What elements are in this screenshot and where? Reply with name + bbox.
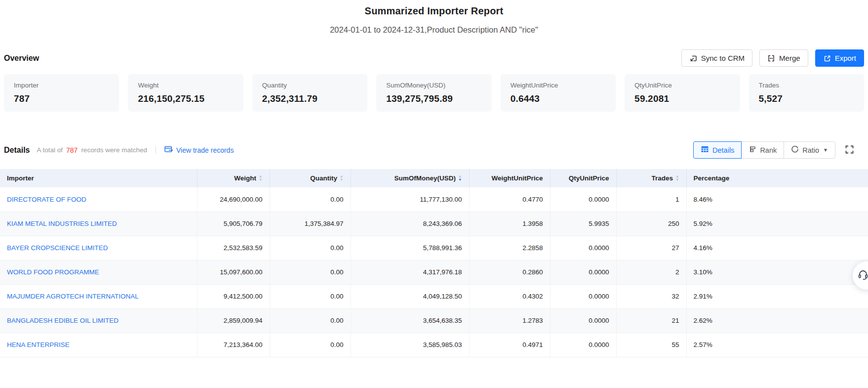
table-row: WORLD FOOD PROGRAMME15,097,600.000.004,3… [0, 260, 868, 284]
column-header-trades[interactable]: Trades▲▼ [616, 169, 686, 187]
importer-link[interactable]: BANGLADESH EDIBLE OIL LIMITED [7, 317, 118, 324]
cell-importer: HENA ENTERPRISE [0, 333, 197, 357]
sync-to-crm-button[interactable]: Sync to CRM [681, 49, 752, 67]
column-header-percentage: Percentage [686, 169, 868, 187]
importer-link[interactable]: WORLD FOOD PROGRAMME [7, 268, 99, 276]
overview-card-value: 2,352,311.79 [262, 93, 357, 104]
cell-importer: BAYER CROPSCIENCE LIMITED [0, 236, 197, 260]
table-row: DIRECTORATE OF FOOD24,690,000.000.0011,7… [0, 187, 868, 212]
merge-label: Merge [779, 54, 800, 62]
importer-link[interactable]: KIAM METAL INDUSTRIES LIMITED [7, 220, 117, 227]
sort-desc-icon: ▼ [675, 178, 679, 182]
table-row: KIAM METAL INDUSTRIES LIMITED5,905,706.7… [0, 212, 868, 236]
sync-to-crm-label: Sync to CRM [701, 54, 745, 62]
tab-details-label: Details [712, 146, 734, 154]
table-grid-icon [701, 145, 709, 155]
column-label: Weight [234, 174, 256, 182]
cell-percentage: 8.46% [686, 187, 868, 212]
tab-ratio[interactable]: Ratio ▼ [784, 141, 835, 159]
details-bar: Details A total of 787 records were matc… [0, 141, 868, 159]
sync-icon [689, 54, 697, 62]
cell-weightunitprice: 0.2860 [469, 260, 550, 284]
cell-percentage: 2.91% [686, 284, 868, 308]
table-row: HENA ENTERPRISE7,213,364.000.003,585,985… [0, 333, 868, 357]
table-row: BAYER CROPSCIENCE LIMITED2,532,583.590.0… [0, 236, 868, 260]
importer-link[interactable]: HENA ENTERPRISE [7, 341, 70, 348]
column-label: WeightUnitPrice [491, 174, 543, 182]
cell-sumofmoney-usd: 4,049,128.50 [351, 284, 469, 308]
page-title: Summarized Importer Report [0, 5, 868, 17]
overview-card-label: SumOfMoney(USD) [386, 82, 481, 89]
cell-sumofmoney-usd: 3,654,638.35 [351, 308, 469, 333]
cell-percentage: 2.57% [686, 333, 868, 357]
cell-importer: WORLD FOOD PROGRAMME [0, 260, 197, 284]
cell-percentage: 3.10% [686, 260, 868, 284]
tab-rank[interactable]: Rank [741, 141, 784, 159]
cell-quantity: 0.00 [270, 187, 351, 212]
cell-quantity: 0.00 [270, 333, 351, 357]
matched-prefix: A total of [37, 146, 63, 154]
column-header-sumofmoney-usd[interactable]: SumOfMoney(USD)▲▼ [351, 169, 469, 187]
column-header-quantity[interactable]: Quantity▲▼ [270, 169, 351, 187]
matched-records-text: A total of 787 records were matched [37, 146, 147, 154]
cell-sumofmoney-usd: 3,585,985.03 [351, 333, 469, 357]
rank-bars-icon [749, 145, 756, 155]
table-body: DIRECTORATE OF FOOD24,690,000.000.0011,7… [0, 187, 868, 357]
column-header-weight[interactable]: Weight▲▼ [197, 169, 270, 187]
overview-bar: Overview Sync to CRM Merge Export [0, 49, 868, 67]
overview-card-value: 0.6443 [511, 93, 606, 104]
overview-card: SumOfMoney(USD) 139,275,795.89 [376, 74, 491, 112]
cell-sumofmoney-usd: 5,788,991.36 [351, 236, 469, 260]
cell-percentage: 5.92% [686, 212, 868, 236]
cell-weightunitprice: 1.3958 [469, 212, 550, 236]
sort-icons[interactable]: ▲▼ [458, 175, 462, 181]
cell-trades: 27 [616, 236, 686, 260]
column-header-weightunitprice: WeightUnitPrice [469, 169, 550, 187]
report-subtitle: 2024-01-01 to 2024-12-31,Product Descrip… [0, 25, 868, 35]
table-row: MAJUMDER AGROTECH INTERNATIONAL9,412,500… [0, 284, 868, 308]
overview-card-label: Importer [14, 82, 109, 89]
cell-quantity: 1,375,384.97 [270, 212, 351, 236]
cell-weight: 9,412,500.00 [197, 284, 270, 308]
details-heading: Details [4, 146, 30, 155]
importer-link[interactable]: DIRECTORATE OF FOOD [7, 196, 86, 203]
cell-weightunitprice: 0.4302 [469, 284, 550, 308]
overview-card-value: 216,150,275.15 [138, 93, 233, 104]
overview-card-label: Quantity [262, 82, 357, 89]
importer-link[interactable]: BAYER CROPSCIENCE LIMITED [7, 244, 108, 252]
cell-percentage: 2.62% [686, 308, 868, 333]
tab-ratio-label: Ratio [802, 146, 819, 154]
column-label: Trades [652, 174, 673, 182]
cell-importer: BANGLADESH EDIBLE OIL LIMITED [0, 308, 197, 333]
overview-card-label: QtyUnitPrice [634, 82, 730, 89]
tab-details[interactable]: Details [693, 141, 742, 159]
tab-rank-label: Rank [760, 146, 777, 154]
view-switcher: Details Rank Ratio ▼ [693, 141, 835, 159]
chevron-down-icon: ▼ [823, 147, 828, 153]
cell-trades: 250 [616, 212, 686, 236]
cell-trades: 2 [616, 260, 686, 284]
cell-weight: 24,690,000.00 [197, 187, 270, 212]
sort-icons[interactable]: ▲▼ [259, 175, 262, 181]
cell-quantity: 0.00 [270, 284, 351, 308]
sort-desc-icon: ▼ [340, 178, 343, 182]
cell-trades: 21 [616, 308, 686, 333]
sort-icons[interactable]: ▲▼ [675, 175, 679, 181]
details-left: Details A total of 787 records were matc… [4, 146, 234, 155]
sort-icons[interactable]: ▲▼ [340, 175, 343, 181]
summarized-importer-report-page: Summarized Importer Report 2024-01-01 to… [0, 0, 868, 388]
overview-card: Weight 216,150,275.15 [128, 74, 243, 112]
importer-link[interactable]: MAJUMDER AGROTECH INTERNATIONAL [7, 293, 139, 300]
cell-sumofmoney-usd: 11,777,130.00 [351, 187, 469, 212]
details-right: Details Rank Ratio ▼ [693, 141, 864, 159]
export-button[interactable]: Export [815, 49, 864, 67]
column-label: QtyUnitPrice [569, 174, 609, 182]
table-header: ImporterWeight▲▼Quantity▲▼SumOfMoney(USD… [0, 169, 868, 187]
cell-weight: 7,213,364.00 [197, 333, 270, 357]
overview-card: Quantity 2,352,311.79 [252, 74, 367, 112]
fullscreen-button[interactable] [845, 145, 854, 156]
table-row: BANGLADESH EDIBLE OIL LIMITED2,859,009.9… [0, 308, 868, 333]
merge-button[interactable]: Merge [759, 49, 808, 67]
view-trade-records-link[interactable]: View trade records [164, 146, 234, 155]
cell-quantity: 0.00 [270, 236, 351, 260]
